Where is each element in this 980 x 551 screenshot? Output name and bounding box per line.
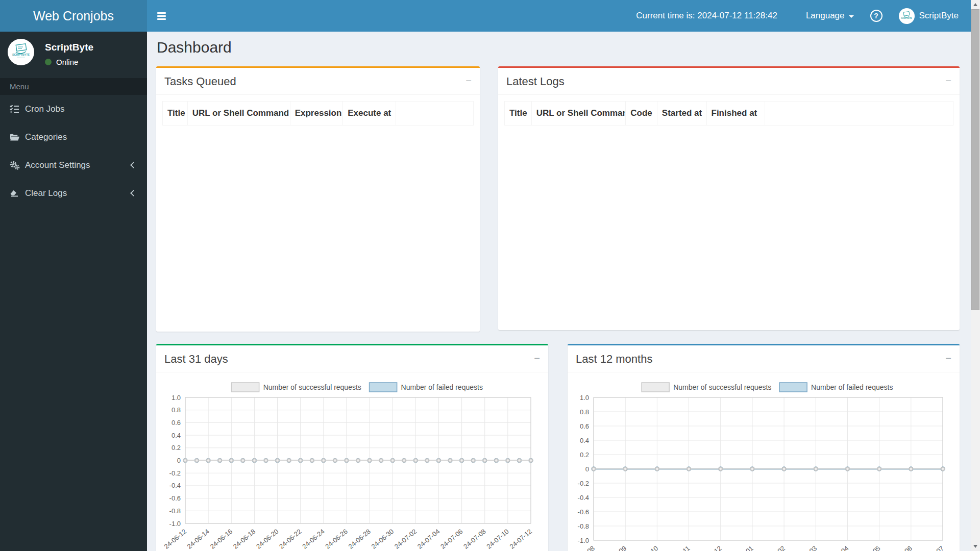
x-tick-label: 23-11 (674, 544, 691, 551)
panel-body: Title URL or Shell Command Expression Ex… (156, 95, 480, 132)
y-tick-label: -0.8 (578, 522, 589, 530)
data-point-marker (472, 459, 475, 462)
y-tick-label: 0.2 (580, 451, 589, 459)
sidebar-item-categories[interactable]: Categories (0, 123, 147, 151)
data-point-marker (655, 467, 659, 471)
panel-header: Latest Logs − (498, 68, 960, 95)
hamburger-icon (157, 15, 166, 17)
collapse-button[interactable]: − (945, 352, 951, 365)
x-tick-label: 24-07-08 (462, 528, 487, 550)
data-point-marker (483, 459, 486, 462)
chart-legend: Number of successful requestsNumber of f… (642, 383, 893, 392)
collapse-button[interactable]: − (465, 74, 472, 87)
x-tick-label: 24-07-12 (508, 528, 533, 550)
question-mark-icon: ? (874, 12, 878, 20)
y-tick-label: -0.8 (169, 507, 181, 515)
y-tick-label: -1.0 (169, 520, 181, 528)
data-point-marker (356, 459, 360, 462)
y-tick-label: 1.0 (580, 394, 589, 402)
arrow-up-icon (973, 3, 977, 6)
page-title: Dashboard (157, 39, 232, 56)
x-tick-label: 24-06-24 (301, 528, 326, 550)
sidebar-item-account-settings[interactable]: Account Settings (0, 151, 147, 179)
panel-title: Last 31 days (164, 353, 228, 366)
data-point-marker (207, 459, 210, 462)
x-tick-label: 24-02 (769, 544, 787, 551)
data-point-marker (253, 459, 256, 462)
y-tick-label: 0 (177, 457, 181, 464)
latest-logs-table: Title URL or Shell Command Code Started … (504, 101, 953, 126)
vertical-scrollbar[interactable] (971, 0, 980, 551)
svg-text:SCRIPTBYTE: SCRIPTBYTE (901, 17, 912, 19)
legend-label: Number of successful requests (263, 383, 361, 391)
language-dropdown[interactable]: Language (806, 11, 854, 21)
help-button[interactable]: ? (870, 10, 883, 22)
chevron-left-icon (130, 190, 137, 196)
data-point-marker (909, 467, 913, 471)
tasks-queued-table: Title URL or Shell Command Expression Ex… (162, 101, 474, 126)
x-tick-label: 24-06-12 (162, 528, 188, 550)
scroll-down-button[interactable] (971, 542, 980, 551)
data-point-marker (299, 459, 302, 462)
legend-label: Number of failed requests (401, 383, 483, 391)
y-tick-label: 0.6 (580, 422, 589, 430)
collapse-button[interactable]: − (945, 74, 951, 87)
sidebar-toggle-button[interactable] (147, 0, 176, 32)
y-tick-label: -0.6 (578, 508, 589, 516)
legend-label: Number of successful requests (673, 383, 771, 391)
user-name-label: ScriptByte (919, 11, 959, 21)
gears-icon (10, 161, 25, 170)
y-tick-label: 0.8 (580, 408, 589, 416)
data-point-marker (379, 459, 383, 462)
folder-open-icon (10, 133, 25, 141)
data-point-marker (322, 459, 325, 462)
data-point-marker (449, 459, 452, 462)
x-tick-label: 23-12 (705, 544, 723, 551)
x-tick-label: 24-01 (737, 544, 755, 551)
column-header (396, 102, 473, 126)
x-tick-label: 24-03 (800, 544, 818, 551)
data-point-marker (518, 459, 521, 462)
y-tick-label: 0.4 (172, 432, 181, 439)
y-tick-label: -0.4 (169, 482, 181, 489)
collapse-button[interactable]: − (534, 352, 540, 365)
y-tick-label: 0.8 (172, 406, 181, 414)
scroll-up-button[interactable] (971, 0, 980, 9)
x-tick-label: 24-06-14 (186, 528, 211, 550)
data-point-marker (368, 459, 372, 462)
user-menu[interactable]: SCRIPTBYTE ScriptByte (899, 8, 959, 24)
sidebar-item-clear-logs[interactable]: Clear Logs (0, 179, 147, 207)
scrollbar-thumb[interactable] (971, 9, 979, 310)
sidebar-item-label: Cron Jobs (25, 104, 139, 114)
sidebar-item-label: Clear Logs (25, 188, 131, 198)
scriptbyte-logo-icon: SCRIPTBYTE (11, 42, 31, 62)
sidebar-item-label: Categories (25, 132, 139, 142)
x-tick-label: 24-04 (832, 544, 850, 551)
sidebar-item-cron-jobs[interactable]: Cron Jobs (0, 95, 147, 123)
data-point-marker (184, 459, 187, 462)
online-status-icon (45, 59, 52, 65)
data-point-marker (846, 467, 849, 471)
hamburger-icon (157, 12, 166, 14)
panel-title: Last 12 months (576, 353, 652, 366)
panel-header: Last 31 days − (156, 345, 548, 372)
x-tick-label: 24-06-16 (209, 528, 234, 550)
data-point-marker (751, 467, 754, 471)
data-point-marker (218, 459, 222, 462)
data-point-marker (402, 459, 406, 462)
y-tick-label: -0.2 (169, 469, 181, 477)
y-tick-label: -1.0 (578, 537, 589, 544)
y-tick-label: 0.2 (172, 444, 181, 452)
column-header: Title (163, 102, 188, 126)
brand-logo[interactable]: Web Cronjobs (0, 0, 147, 32)
sidebar-user-status[interactable]: Online (45, 58, 93, 66)
x-tick-label: 24-07-10 (485, 528, 510, 550)
data-point-marker (276, 459, 279, 462)
legend-swatch (642, 383, 669, 392)
panel-header: Tasks Queued − (156, 68, 480, 95)
sidebar-user-meta: ScriptByte Online (34, 39, 93, 66)
application-window: Web Cronjobs Current time is: 2024-07-12… (0, 0, 980, 551)
column-header: Finished at (706, 102, 765, 126)
arrow-down-icon (973, 545, 977, 548)
navbar-right: Current time is: 2024-07-12 11:28:42 Lan… (176, 0, 980, 32)
